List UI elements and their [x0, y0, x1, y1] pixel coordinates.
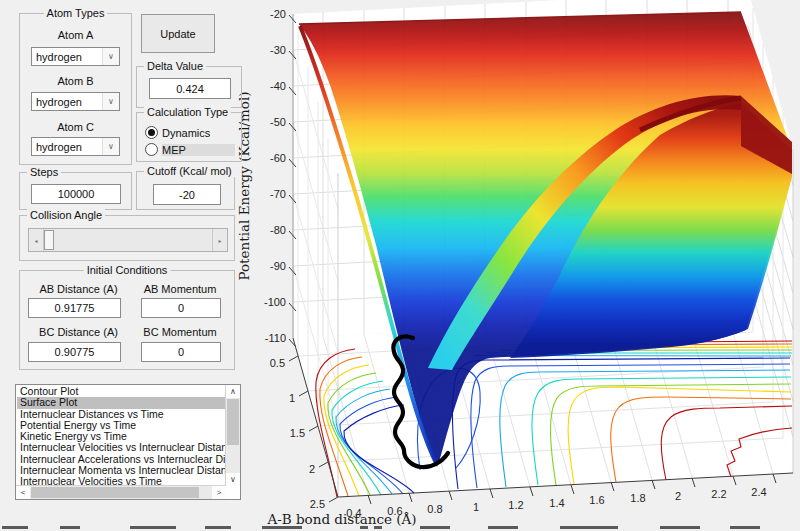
chevron-down-icon[interactable]: ∨: [102, 48, 119, 65]
ab-distance-label: AB Distance (A): [28, 283, 129, 295]
bc-distance-field[interactable]: 0.90775: [28, 342, 121, 362]
z-tick-label: -90: [270, 260, 286, 272]
x-tick-label: 2: [675, 490, 681, 502]
calculation-type-group: Calculation Type Dynamics MEP: [136, 112, 242, 162]
slider-right-arrow-icon[interactable]: ▸: [212, 229, 227, 251]
x-tick-label: 2.4: [751, 486, 766, 498]
radio-mep[interactable]: MEP: [145, 143, 235, 156]
z-tick-label: -100: [264, 296, 286, 308]
x-tick-label: 2.2: [711, 488, 726, 500]
horizontal-scrollbar-thumb[interactable]: [31, 487, 199, 498]
atom-a-label: Atom A: [20, 29, 131, 41]
y-tick-label: 1: [289, 392, 295, 404]
x-tick-label: 1: [473, 501, 479, 513]
bc-distance-label: BC Distance (A): [28, 326, 129, 338]
steps-field[interactable]: 100000: [31, 184, 121, 204]
y-tick-label: 1.5: [290, 427, 305, 439]
bc-momentum-label: BC Momentum: [141, 326, 219, 338]
z-tick-label: -80: [270, 224, 286, 236]
cutoff-field[interactable]: -20: [153, 184, 221, 205]
update-button[interactable]: Update: [141, 14, 215, 53]
y-tick-label: 2.5: [310, 498, 325, 510]
horizontal-scrollbar[interactable]: < >: [16, 485, 226, 499]
bc-momentum-field[interactable]: 0: [141, 342, 221, 362]
radio-mep-label: MEP: [162, 144, 235, 156]
cutoff-title: Cutoff (Kcal/ mol): [144, 165, 235, 177]
z-tick-label: -60: [270, 152, 286, 164]
vertical-scrollbar[interactable]: ∧ ∨: [225, 385, 240, 486]
radio-dynamics-label: Dynamics: [162, 127, 210, 139]
steps-title: Steps: [27, 166, 61, 178]
x-tick-label: 1.6: [589, 494, 604, 506]
ab-momentum-field[interactable]: 0: [141, 298, 221, 318]
chevron-down-icon[interactable]: ∨: [102, 93, 119, 110]
scroll-up-icon[interactable]: ∧: [226, 385, 240, 398]
vertical-scrollbar-thumb[interactable]: [227, 399, 239, 445]
plot-type-list[interactable]: Contour PlotSurface PlotInternuclear Dis…: [17, 386, 225, 485]
x-tick-label: 1.2: [508, 499, 523, 511]
atom-b-value: hydrogen: [32, 93, 102, 110]
atom-types-group: Atom Types Atom A hydrogen ∨ Atom B hydr…: [19, 13, 132, 165]
cutoff-group: Cutoff (Kcal/ mol) -20: [136, 171, 235, 210]
x-tick-label: 1.8: [630, 492, 645, 504]
z-tick-label: -30: [270, 44, 286, 56]
calculation-type-title: Calculation Type: [144, 106, 231, 118]
ab-distance-field[interactable]: 0.91775: [28, 298, 121, 318]
plot-type-listbox[interactable]: Contour PlotSurface PlotInternuclear Dis…: [15, 384, 241, 500]
y-tick-label: 0.5: [270, 357, 285, 369]
slider-thumb[interactable]: [44, 230, 54, 250]
z-tick-label: -110: [265, 332, 286, 344]
initial-conditions-group: Initial Conditions AB Distance (A) AB Mo…: [19, 270, 235, 370]
scroll-right-icon[interactable]: >: [212, 486, 226, 499]
z-axis-ticks: -20-30-40-50-60-70-80-90-100-110: [264, 8, 296, 347]
slider-left-arrow-icon[interactable]: ◂: [29, 229, 44, 251]
radio-unselected-icon[interactable]: [145, 143, 158, 156]
collision-angle-slider[interactable]: ◂ ▸: [28, 228, 228, 252]
scroll-down-icon[interactable]: ∨: [226, 473, 240, 486]
atom-c-label: Atom C: [20, 121, 131, 133]
scroll-left-icon[interactable]: <: [16, 486, 30, 499]
z-tick-label: -70: [270, 188, 286, 200]
x-tick-label: 1.4: [549, 497, 564, 509]
atom-c-dropdown[interactable]: hydrogen ∨: [31, 137, 120, 156]
clipped-text-row: [0, 525, 800, 531]
atom-b-dropdown[interactable]: hydrogen ∨: [31, 92, 120, 111]
delta-value-group: Delta Value 0.424: [136, 66, 242, 108]
x-tick-label: 0.8: [427, 503, 442, 515]
radio-selected-icon[interactable]: [145, 126, 158, 139]
list-item[interactable]: Internuclear Velocities vs Time: [17, 476, 225, 485]
chevron-down-icon[interactable]: ∨: [102, 138, 119, 155]
delta-value-field[interactable]: 0.424: [149, 78, 231, 99]
z-tick-label: -20: [270, 8, 286, 20]
initial-conditions-title: Initial Conditions: [84, 264, 171, 276]
ab-momentum-label: AB Momentum: [141, 283, 219, 295]
atom-types-title: Atom Types: [44, 7, 108, 19]
collision-angle-group: Collision Angle ◂ ▸: [19, 215, 235, 261]
delta-value-title: Delta Value: [144, 60, 206, 72]
z-tick-label: -50: [270, 116, 286, 128]
steps-group: Steps 100000: [19, 172, 132, 210]
atom-a-dropdown[interactable]: hydrogen ∨: [31, 47, 120, 66]
y-tick-label: 2: [309, 463, 315, 475]
atom-c-value: hydrogen: [32, 138, 102, 155]
app-window: -20-30-40-50-60-70-80-90-100-110 0.511.5…: [0, 0, 800, 531]
collision-angle-title: Collision Angle: [27, 209, 105, 221]
z-tick-label: -40: [270, 80, 286, 92]
atom-a-value: hydrogen: [32, 48, 102, 65]
list-item[interactable]: Surface Plot: [17, 397, 225, 408]
radio-dynamics[interactable]: Dynamics: [145, 126, 235, 139]
atom-b-label: Atom B: [20, 75, 131, 87]
